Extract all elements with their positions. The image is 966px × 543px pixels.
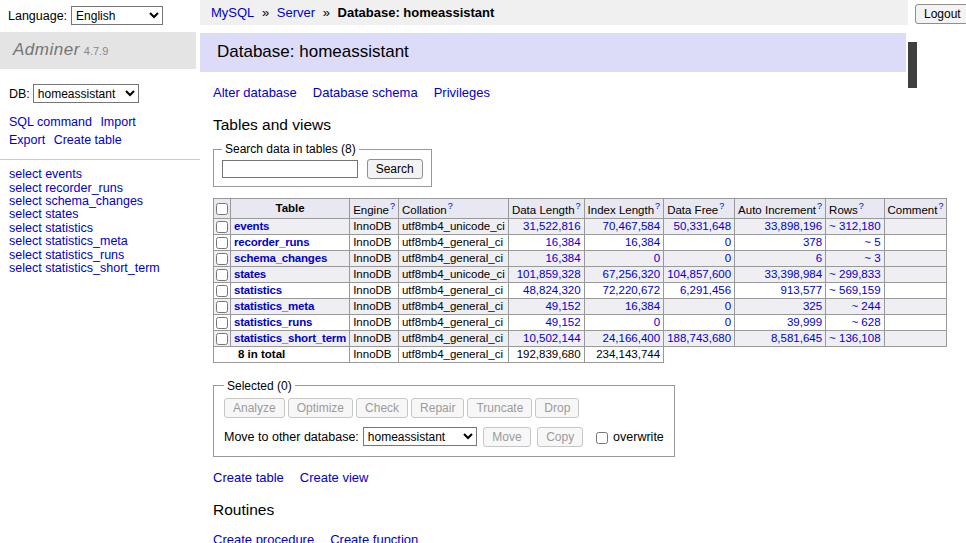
index-length-value[interactable]: 16,384 [625,236,660,248]
sidebar-item-select-events[interactable]: select events [9,167,82,181]
data-length-value[interactable]: 49,152 [545,300,580,312]
rows-value[interactable]: ~ 628 [851,316,880,328]
scrollbar-thumb[interactable] [908,42,917,88]
data-free-value[interactable]: 0 [725,316,731,328]
row-checkbox[interactable] [216,285,228,297]
data-length-value[interactable]: 10,502,144 [523,332,581,344]
move-button[interactable]: Move [483,427,530,447]
rows-value[interactable]: ~ 136,108 [829,332,880,344]
help-icon[interactable]: ? [448,201,453,211]
data-free-value[interactable]: 104,857,600 [667,268,731,280]
auto-increment-value[interactable]: 913,577 [781,284,823,296]
data-free-value[interactable]: 6,291,456 [680,284,731,296]
data-free-value[interactable]: 188,743,680 [667,332,731,344]
db-select[interactable]: homeassistant [33,84,139,103]
data-length-value[interactable]: 49,152 [545,316,580,328]
help-icon[interactable]: ? [817,201,822,211]
db-link-privileges[interactable]: Privileges [434,85,490,100]
rows-value[interactable]: ~ 299,833 [829,268,880,280]
table-link-states[interactable]: states [234,268,266,280]
db-link-database-schema[interactable]: Database schema [313,85,418,100]
help-icon[interactable]: ? [719,201,724,211]
help-icon[interactable]: ? [938,201,943,211]
move-db-select[interactable]: homeassistant [363,427,477,446]
auto-increment-value[interactable]: 33,398,984 [765,268,823,280]
table-link-statistics-runs[interactable]: statistics_runs [234,316,312,328]
db-link-alter-database[interactable]: Alter database [213,85,297,100]
auto-increment-value[interactable]: 8,581,645 [771,332,822,344]
repair-button[interactable]: Repair [411,398,464,418]
check-button[interactable]: Check [356,398,408,418]
sidebar-item-select-statistics-short-term[interactable]: select statistics_short_term [9,261,160,275]
overwrite-checkbox[interactable] [596,432,608,444]
sidebar-action-create-table[interactable]: Create table [54,133,122,147]
index-length-value[interactable]: 67,256,320 [603,268,661,280]
drop-button[interactable]: Drop [535,398,579,418]
rows-value[interactable]: ~ 3 [864,252,880,264]
data-length-value[interactable]: 16,384 [545,236,580,248]
help-icon[interactable]: ? [390,201,395,211]
auto-increment-value[interactable]: 39,999 [787,316,822,328]
data-free-value[interactable]: 0 [725,300,731,312]
rows-value[interactable]: ~ 5 [864,236,880,248]
row-checkbox[interactable] [216,237,228,249]
index-length-value[interactable]: 16,384 [625,300,660,312]
auto-increment-value[interactable]: 325 [803,300,822,312]
data-free-value[interactable]: 0 [725,252,731,264]
link-create-view[interactable]: Create view [300,470,369,485]
table-link-statistics-short-term[interactable]: statistics_short_term [234,332,346,344]
auto-increment-value[interactable]: 378 [803,236,822,248]
optimize-button[interactable]: Optimize [288,398,353,418]
sidebar-item-select-recorder-runs[interactable]: select recorder_runs [9,181,123,195]
index-length-value[interactable]: 0 [654,316,660,328]
table-link-statistics[interactable]: statistics [234,284,282,296]
row-checkbox[interactable] [216,301,228,313]
sidebar-item-select-schema-changes[interactable]: select schema_changes [9,194,143,208]
link-create-procedure[interactable]: Create procedure [213,532,314,543]
sidebar-action-sql-command[interactable]: SQL command [9,115,92,129]
help-icon[interactable]: ? [655,201,660,211]
index-length-value[interactable]: 0 [654,252,660,264]
sidebar-item-select-states[interactable]: select states [9,207,78,221]
select-all-checkbox[interactable] [216,203,228,215]
sidebar-item-select-statistics-runs[interactable]: select statistics_runs [9,248,124,262]
app-name[interactable]: Adminer [13,40,80,59]
row-checkbox[interactable] [216,333,228,345]
row-checkbox[interactable] [216,269,228,281]
table-link-schema-changes[interactable]: schema_changes [234,252,327,264]
breadcrumb-link-server[interactable]: Server [277,5,315,20]
rows-value[interactable]: ~ 569,159 [829,284,880,296]
truncate-button[interactable]: Truncate [467,398,532,418]
sidebar-item-select-statistics[interactable]: select statistics [9,221,93,235]
table-link-recorder-runs[interactable]: recorder_runs [234,236,309,248]
rows-value[interactable]: ~ 312,180 [829,220,880,232]
auto-increment-value[interactable]: 6 [816,252,822,264]
row-checkbox[interactable] [216,317,228,329]
copy-button[interactable]: Copy [537,427,583,447]
data-length-value[interactable]: 31,522,816 [523,220,581,232]
data-length-value[interactable]: 48,824,320 [523,284,581,296]
data-length-value[interactable]: 101,859,328 [517,268,581,280]
analyze-button[interactable]: Analyze [224,398,285,418]
link-create-function[interactable]: Create function [330,532,418,543]
breadcrumb-link-mysql[interactable]: MySQL [211,5,254,20]
search-input[interactable] [222,160,358,178]
data-free-value[interactable]: 50,331,648 [674,220,732,232]
help-icon[interactable]: ? [576,201,581,211]
table-link-events[interactable]: events [234,220,269,232]
language-select[interactable]: English [71,6,163,25]
rows-value[interactable]: ~ 244 [851,300,880,312]
row-checkbox[interactable] [216,253,228,265]
sidebar-action-import[interactable]: Import [100,115,135,129]
search-button[interactable]: Search [367,159,423,179]
auto-increment-value[interactable]: 33,898,196 [765,220,823,232]
data-length-value[interactable]: 16,384 [545,252,580,264]
data-free-value[interactable]: 0 [725,236,731,248]
help-icon[interactable]: ? [859,201,864,211]
table-link-statistics-meta[interactable]: statistics_meta [234,300,314,312]
row-checkbox[interactable] [216,221,228,233]
link-create-table[interactable]: Create table [213,470,284,485]
sidebar-action-export[interactable]: Export [9,133,45,147]
logout-button[interactable]: Logout [915,4,966,24]
sidebar-item-select-statistics-meta[interactable]: select statistics_meta [9,234,128,248]
